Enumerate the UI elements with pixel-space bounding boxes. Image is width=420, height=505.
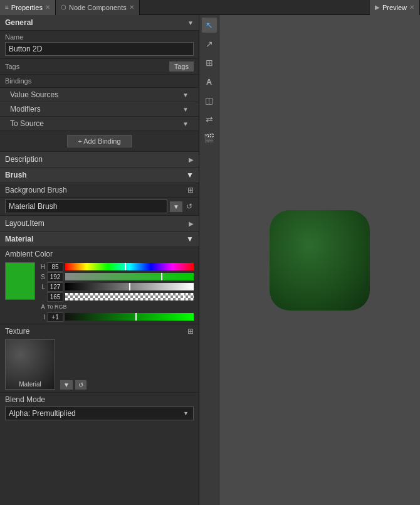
description-label: Description — [5, 155, 43, 164]
l-channel-bar[interactable] — [65, 283, 194, 290]
layout-item-arrow-icon: ▶ — [189, 220, 194, 227]
tab-properties[interactable]: ≡ Properties ✕ — [0, 0, 56, 15]
tab-bar: ≡ Properties ✕ ⬡ Node Components ✕ ▶ Pre… — [0, 0, 420, 15]
l-channel-input[interactable] — [47, 282, 63, 292]
tab-preview-label: Preview — [382, 4, 407, 11]
s-channel-bar[interactable] — [65, 273, 194, 280]
material-label: Material — [5, 235, 33, 243]
s-channel-label: S — [39, 274, 45, 280]
texture-label: Texture — [5, 327, 29, 336]
material-brush-dropdown-button[interactable]: ▼ — [170, 201, 182, 212]
material-chevron-icon: ▼ — [186, 235, 194, 243]
layout-item-header[interactable]: Layout.Item ▶ — [0, 216, 199, 231]
tab-properties-close[interactable]: ✕ — [45, 4, 50, 11]
h-channel-bar[interactable] — [65, 263, 194, 270]
tab-properties-label: Properties — [11, 4, 43, 11]
add-binding-button[interactable]: + Add Binding — [67, 135, 131, 147]
a-indicator — [183, 293, 184, 300]
a-channel-input[interactable] — [47, 292, 63, 302]
tags-button[interactable]: Tags — [169, 61, 194, 72]
tab-node-components[interactable]: ⬡ Node Components ✕ — [56, 0, 140, 15]
tab-preview-close[interactable]: ✕ — [409, 4, 414, 11]
camera-tool-button[interactable]: 🎬 — [202, 130, 217, 146]
name-label: Name — [5, 33, 194, 41]
general-section-header[interactable]: General ▼ — [0, 15, 199, 31]
preview-button-widget — [270, 210, 370, 311]
a-channel-bar[interactable] — [65, 293, 194, 300]
tab-preview[interactable]: ▶ Preview ✕ — [370, 0, 420, 15]
texture-thumb-label: Material — [19, 381, 41, 388]
i-gradient — [65, 313, 194, 321]
description-header[interactable]: Description ▶ — [0, 152, 199, 167]
color-swatch[interactable] — [5, 262, 35, 300]
blend-mode-label: Blend Mode — [0, 393, 199, 405]
ambient-color-label: Ambient Color — [0, 247, 199, 260]
tags-row: Tags Tags — [0, 59, 199, 75]
pointer-tool-button[interactable]: ↖ — [202, 18, 217, 33]
to-source-header[interactable]: To Source ▼ — [0, 117, 199, 131]
i-channel-input[interactable] — [47, 312, 63, 322]
name-field-row: Name — [0, 31, 199, 59]
texture-thumbnail[interactable]: Material — [5, 339, 55, 390]
value-sources-header[interactable]: Value Sources ▼ — [0, 88, 199, 102]
tab-node-components-close[interactable]: ✕ — [129, 4, 134, 11]
texture-dropdown-button[interactable]: ▼ — [60, 380, 73, 390]
to-source-label: To Source — [10, 119, 44, 128]
preview-content: ↖ ↗ ⊞ A ◫ ⇄ 🎬 — [199, 15, 420, 505]
value-sources-label: Value Sources — [10, 90, 58, 99]
texture-content: Material ▼ ↺ — [0, 337, 199, 393]
select-tool-button[interactable]: ↗ — [202, 36, 217, 51]
texture-row: Texture ⊞ — [0, 324, 199, 337]
l-channel-label: L — [39, 284, 45, 290]
brush-section-header[interactable]: Brush ▼ — [0, 167, 199, 183]
modifiers-label: Modifiers — [10, 105, 41, 114]
background-brush-label: Background Brush — [5, 186, 67, 194]
to-source-chevron-icon: ▼ — [182, 120, 189, 127]
s-channel-input[interactable] — [47, 272, 63, 282]
main-layout: General ▼ Name Tags Tags Bindings Value … — [0, 15, 420, 505]
material-brush-reset-button[interactable]: ↺ — [185, 201, 194, 212]
i-channel-row: I — [39, 312, 194, 321]
color-channels: H S L — [39, 262, 194, 321]
tags-label: Tags — [5, 63, 19, 70]
grid-tool-button[interactable]: ⊞ — [202, 55, 217, 70]
h-channel-label: H — [39, 263, 45, 270]
i-channel-label: I — [39, 314, 45, 321]
layer-tool-button[interactable]: ◫ — [202, 93, 217, 108]
texture-reset-button[interactable]: ↺ — [75, 380, 87, 390]
material-brush-row: ▼ ↺ — [0, 198, 199, 216]
blend-mode-select-row: Alpha: Premultiplied Alpha: Straight Add… — [0, 405, 199, 424]
i-channel-bar[interactable] — [65, 313, 194, 321]
material-section-header[interactable]: Material ▼ — [0, 231, 199, 247]
properties-icon: ≡ — [5, 4, 9, 11]
preview-sidebar: ↖ ↗ ⊞ A ◫ ⇄ 🎬 — [199, 15, 219, 505]
color-picker-area: H S L — [0, 260, 199, 324]
material-brush-input[interactable] — [5, 199, 167, 213]
share-tool-button[interactable]: ⇄ — [202, 112, 217, 127]
preview-icon: ▶ — [375, 4, 380, 11]
i-indicator — [135, 313, 137, 321]
blend-mode-select[interactable]: Alpha: Premultiplied Alpha: Straight Add… — [5, 407, 194, 420]
h-channel-input[interactable] — [47, 262, 63, 272]
s-channel-row: S — [39, 272, 194, 281]
h-channel-row: H — [39, 262, 194, 271]
to-rgb-row: A To RGB — [39, 302, 194, 311]
tab-node-components-label: Node Components — [69, 4, 127, 11]
l-channel-row: L — [39, 282, 194, 291]
brush-label: Brush — [5, 171, 27, 179]
text-tool-button[interactable]: A — [202, 74, 217, 89]
brush-chevron-icon: ▼ — [186, 171, 194, 179]
properties-panel: General ▼ Name Tags Tags Bindings Value … — [0, 15, 199, 505]
preview-canvas — [219, 15, 420, 505]
value-sources-chevron-icon: ▼ — [182, 92, 189, 98]
background-brush-row: Background Brush ⊞ — [0, 183, 199, 198]
a-gradient — [65, 293, 194, 300]
modifiers-header[interactable]: Modifiers ▼ — [0, 102, 199, 117]
a-channel-label: A — [39, 304, 45, 311]
background-brush-icon: ⊞ — [187, 186, 194, 194]
s-gradient — [65, 273, 194, 280]
h-gradient — [65, 263, 194, 270]
s-indicator — [161, 273, 162, 280]
name-input[interactable] — [5, 42, 194, 56]
l-indicator — [129, 283, 130, 290]
